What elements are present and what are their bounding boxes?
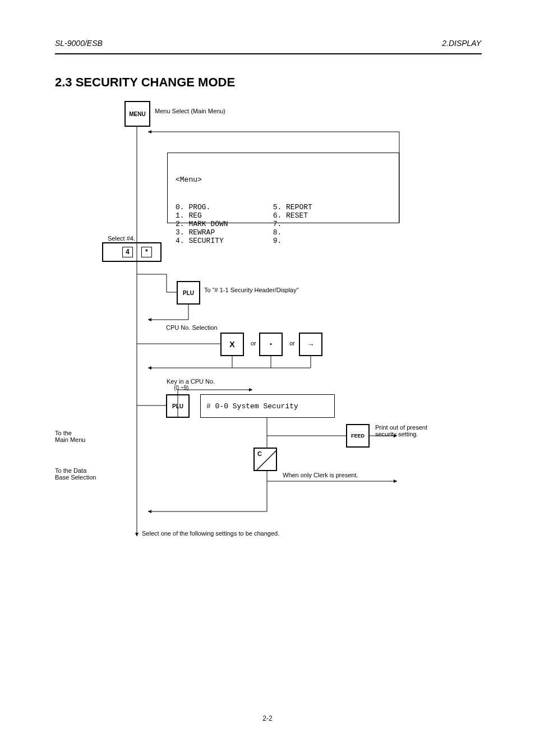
key-arrow[interactable]: → (299, 333, 322, 356)
page-root: SL-9000/ESB 2.DISPLAY 2.3 SECURITY CHANG… (0, 0, 535, 756)
header-right: 2.DISPLAY (442, 39, 481, 48)
printout-note: Print out of present security setting. (375, 424, 427, 437)
key-4[interactable]: 4 (122, 247, 133, 257)
cpuno-label: CPU No. Selection (166, 324, 218, 331)
key-times[interactable]: X (220, 333, 244, 356)
sys-panel: # 0-0 System Security (200, 394, 335, 418)
flowchart-lines (0, 0, 535, 756)
select-one: Select one of the following settings to … (142, 530, 279, 537)
only-clerk-note: When only Clerk is present. (283, 472, 358, 478)
key-clear[interactable]: C (253, 448, 277, 471)
key-feed[interactable]: FEED (346, 424, 370, 448)
page-number: 2-2 (0, 714, 535, 722)
header-left: SL-9000/ESB (55, 39, 103, 48)
to-db: To the Data Base Selection (55, 467, 96, 481)
09-range: (0 ~9) (174, 385, 188, 391)
key-point[interactable]: · (259, 333, 283, 356)
menu-col-right: 5. REPORT 6. RESET 7. 8. 9. (273, 203, 312, 245)
header-rule (55, 53, 482, 54)
or-2: or (289, 340, 295, 347)
menu-panel: <Menu> 0. PROG. 1. REG 2. MARK DOWN 3. R… (167, 153, 399, 223)
key-ast[interactable]: * (141, 247, 152, 257)
menu-title: <Menu> (176, 176, 391, 184)
security-hdr-label: To "# 1-1 Security Header/Display" (204, 287, 299, 293)
section-title: 2.3 SECURITY CHANGE MODE (55, 75, 235, 90)
menu-col-left: 0. PROG. 1. REG 2. MARK DOWN 3. REWRAP 4… (176, 203, 228, 245)
select-4-label: Select #4. (108, 235, 135, 242)
key-in-cpuno: Key in a CPU No. (167, 378, 215, 385)
key-plu-mid[interactable]: PLU (166, 394, 190, 418)
to-main: To the Main Menu (55, 430, 85, 443)
or-1: or (251, 340, 256, 347)
key-menu[interactable]: MENU (124, 101, 150, 127)
key-plu-top[interactable]: PLU (177, 281, 200, 305)
intro-text: Menu Select (Main Menu) (155, 108, 225, 114)
